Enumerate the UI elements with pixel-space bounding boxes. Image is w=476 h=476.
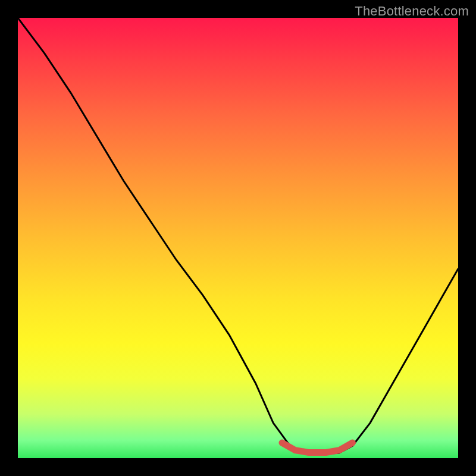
optimal-band [282, 443, 352, 452]
chart-frame: TheBottleneck.com [0, 0, 476, 476]
bottleneck-curve [18, 18, 458, 454]
chart-svg [18, 18, 458, 458]
plot-area [18, 18, 458, 458]
watermark-text: TheBottleneck.com [355, 4, 469, 19]
